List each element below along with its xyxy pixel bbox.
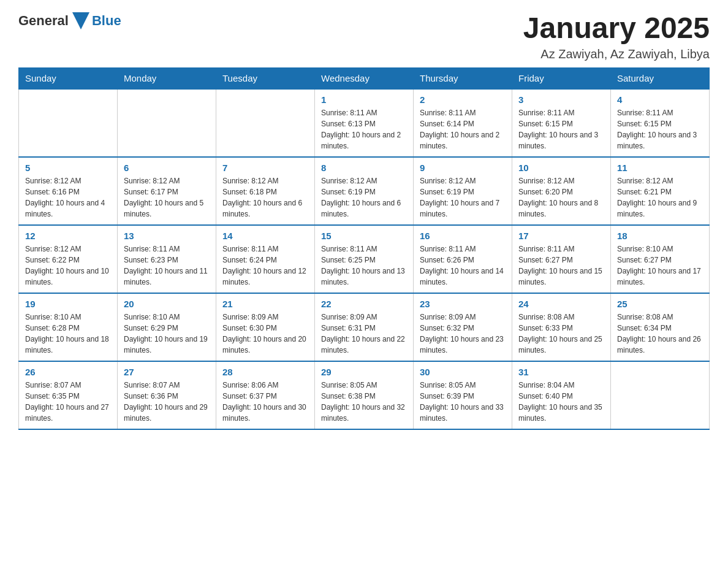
calendar-week-row: 26Sunrise: 8:07 AMSunset: 6:35 PMDayligh… (19, 361, 710, 429)
calendar-cell: 15Sunrise: 8:11 AMSunset: 6:25 PMDayligh… (315, 225, 414, 293)
day-info: Sunrise: 8:04 AMSunset: 6:40 PMDaylight:… (518, 380, 604, 424)
day-info: Sunrise: 8:11 AMSunset: 6:27 PMDaylight:… (518, 243, 604, 288)
day-number: 13 (124, 231, 210, 241)
calendar-cell: 13Sunrise: 8:11 AMSunset: 6:23 PMDayligh… (118, 225, 216, 293)
calendar-cell: 28Sunrise: 8:06 AMSunset: 6:37 PMDayligh… (216, 361, 315, 429)
calendar-cell (611, 361, 710, 429)
calendar-cell: 22Sunrise: 8:09 AMSunset: 6:31 PMDayligh… (315, 293, 414, 361)
calendar-cell: 5Sunrise: 8:12 AMSunset: 6:16 PMDaylight… (19, 157, 118, 225)
day-info: Sunrise: 8:11 AMSunset: 6:14 PMDaylight:… (420, 107, 506, 151)
day-info: Sunrise: 8:08 AMSunset: 6:34 PMDaylight:… (617, 312, 703, 356)
day-info: Sunrise: 8:05 AMSunset: 6:39 PMDaylight:… (420, 380, 506, 424)
calendar-cell: 20Sunrise: 8:10 AMSunset: 6:29 PMDayligh… (118, 293, 216, 361)
logo: General Blue (18, 12, 121, 29)
day-info: Sunrise: 8:12 AMSunset: 6:17 PMDaylight:… (124, 175, 210, 220)
day-info: Sunrise: 8:11 AMSunset: 6:15 PMDaylight:… (617, 107, 703, 151)
day-number: 14 (222, 231, 308, 241)
day-number: 18 (617, 231, 703, 241)
calendar-cell: 2Sunrise: 8:11 AMSunset: 6:14 PMDaylight… (414, 89, 512, 157)
day-number: 9 (420, 163, 506, 173)
calendar-cell: 1Sunrise: 8:11 AMSunset: 6:13 PMDaylight… (315, 89, 414, 157)
day-number: 24 (518, 299, 604, 309)
day-number: 26 (25, 367, 111, 377)
day-number: 28 (222, 367, 308, 377)
calendar-cell: 21Sunrise: 8:09 AMSunset: 6:30 PMDayligh… (216, 293, 315, 361)
day-info: Sunrise: 8:10 AMSunset: 6:28 PMDaylight:… (25, 312, 111, 356)
calendar-cell: 11Sunrise: 8:12 AMSunset: 6:21 PMDayligh… (611, 157, 710, 225)
calendar-cell (118, 89, 216, 157)
calendar-cell: 31Sunrise: 8:04 AMSunset: 6:40 PMDayligh… (512, 361, 611, 429)
day-number: 31 (518, 367, 604, 377)
day-number: 3 (518, 94, 604, 105)
calendar-day-header: Sunday (19, 67, 118, 89)
logo-icon (72, 12, 89, 29)
calendar-day-header: Friday (512, 67, 611, 89)
calendar-cell: 23Sunrise: 8:09 AMSunset: 6:32 PMDayligh… (414, 293, 512, 361)
day-number: 10 (518, 163, 604, 173)
day-number: 8 (321, 163, 407, 173)
calendar-cell: 12Sunrise: 8:12 AMSunset: 6:22 PMDayligh… (19, 225, 118, 293)
calendar-week-row: 1Sunrise: 8:11 AMSunset: 6:13 PMDaylight… (19, 89, 710, 157)
day-info: Sunrise: 8:10 AMSunset: 6:29 PMDaylight:… (124, 312, 210, 356)
day-number: 19 (25, 299, 111, 309)
day-info: Sunrise: 8:11 AMSunset: 6:25 PMDaylight:… (321, 243, 407, 288)
calendar-cell: 18Sunrise: 8:10 AMSunset: 6:27 PMDayligh… (611, 225, 710, 293)
day-number: 7 (222, 163, 308, 173)
day-info: Sunrise: 8:10 AMSunset: 6:27 PMDaylight:… (617, 243, 703, 288)
calendar-cell: 24Sunrise: 8:08 AMSunset: 6:33 PMDayligh… (512, 293, 611, 361)
day-number: 12 (25, 231, 111, 241)
day-info: Sunrise: 8:11 AMSunset: 6:24 PMDaylight:… (222, 243, 308, 288)
day-info: Sunrise: 8:12 AMSunset: 6:21 PMDaylight:… (617, 175, 703, 220)
day-info: Sunrise: 8:11 AMSunset: 6:26 PMDaylight:… (420, 243, 506, 288)
logo-general: General (18, 13, 69, 29)
calendar-table: SundayMondayTuesdayWednesdayThursdayFrid… (18, 67, 710, 430)
calendar-cell (19, 89, 118, 157)
day-number: 23 (420, 299, 506, 309)
day-info: Sunrise: 8:09 AMSunset: 6:32 PMDaylight:… (420, 312, 506, 356)
calendar-cell: 7Sunrise: 8:12 AMSunset: 6:18 PMDaylight… (216, 157, 315, 225)
day-info: Sunrise: 8:07 AMSunset: 6:35 PMDaylight:… (25, 380, 111, 424)
day-number: 2 (420, 94, 506, 105)
location-title: Az Zawiyah, Az Zawiyah, Libya (523, 47, 710, 61)
calendar-week-row: 5Sunrise: 8:12 AMSunset: 6:16 PMDaylight… (19, 157, 710, 225)
day-info: Sunrise: 8:11 AMSunset: 6:13 PMDaylight:… (321, 107, 407, 151)
calendar-week-row: 12Sunrise: 8:12 AMSunset: 6:22 PMDayligh… (19, 225, 710, 293)
calendar-cell: 29Sunrise: 8:05 AMSunset: 6:38 PMDayligh… (315, 361, 414, 429)
calendar-cell: 27Sunrise: 8:07 AMSunset: 6:36 PMDayligh… (118, 361, 216, 429)
logo-blue: Blue (92, 13, 121, 29)
day-number: 25 (617, 299, 703, 309)
calendar-day-header: Wednesday (315, 67, 414, 89)
day-info: Sunrise: 8:09 AMSunset: 6:30 PMDaylight:… (222, 312, 308, 356)
calendar-cell: 17Sunrise: 8:11 AMSunset: 6:27 PMDayligh… (512, 225, 611, 293)
day-number: 17 (518, 231, 604, 241)
day-number: 11 (617, 163, 703, 173)
day-info: Sunrise: 8:12 AMSunset: 6:22 PMDaylight:… (25, 243, 111, 288)
day-info: Sunrise: 8:12 AMSunset: 6:20 PMDaylight:… (518, 175, 604, 220)
calendar-cell: 30Sunrise: 8:05 AMSunset: 6:39 PMDayligh… (414, 361, 512, 429)
calendar-day-header: Tuesday (216, 67, 315, 89)
day-info: Sunrise: 8:11 AMSunset: 6:15 PMDaylight:… (518, 107, 604, 151)
day-number: 29 (321, 367, 407, 377)
calendar-cell: 3Sunrise: 8:11 AMSunset: 6:15 PMDaylight… (512, 89, 611, 157)
day-info: Sunrise: 8:08 AMSunset: 6:33 PMDaylight:… (518, 312, 604, 356)
calendar-week-row: 19Sunrise: 8:10 AMSunset: 6:28 PMDayligh… (19, 293, 710, 361)
day-number: 6 (124, 163, 210, 173)
day-number: 1 (321, 94, 407, 105)
calendar-header-row: SundayMondayTuesdayWednesdayThursdayFrid… (19, 67, 710, 89)
day-number: 15 (321, 231, 407, 241)
calendar-cell: 16Sunrise: 8:11 AMSunset: 6:26 PMDayligh… (414, 225, 512, 293)
calendar-cell: 4Sunrise: 8:11 AMSunset: 6:15 PMDaylight… (611, 89, 710, 157)
day-number: 16 (420, 231, 506, 241)
calendar-day-header: Saturday (611, 67, 710, 89)
day-number: 4 (617, 94, 703, 105)
calendar-cell: 25Sunrise: 8:08 AMSunset: 6:34 PMDayligh… (611, 293, 710, 361)
day-info: Sunrise: 8:09 AMSunset: 6:31 PMDaylight:… (321, 312, 407, 356)
calendar-cell: 10Sunrise: 8:12 AMSunset: 6:20 PMDayligh… (512, 157, 611, 225)
calendar-cell (216, 89, 315, 157)
svg-marker-0 (72, 12, 89, 29)
day-number: 21 (222, 299, 308, 309)
day-info: Sunrise: 8:12 AMSunset: 6:18 PMDaylight:… (222, 175, 308, 220)
calendar-cell: 9Sunrise: 8:12 AMSunset: 6:19 PMDaylight… (414, 157, 512, 225)
day-info: Sunrise: 8:05 AMSunset: 6:38 PMDaylight:… (321, 380, 407, 424)
day-number: 5 (25, 163, 111, 173)
